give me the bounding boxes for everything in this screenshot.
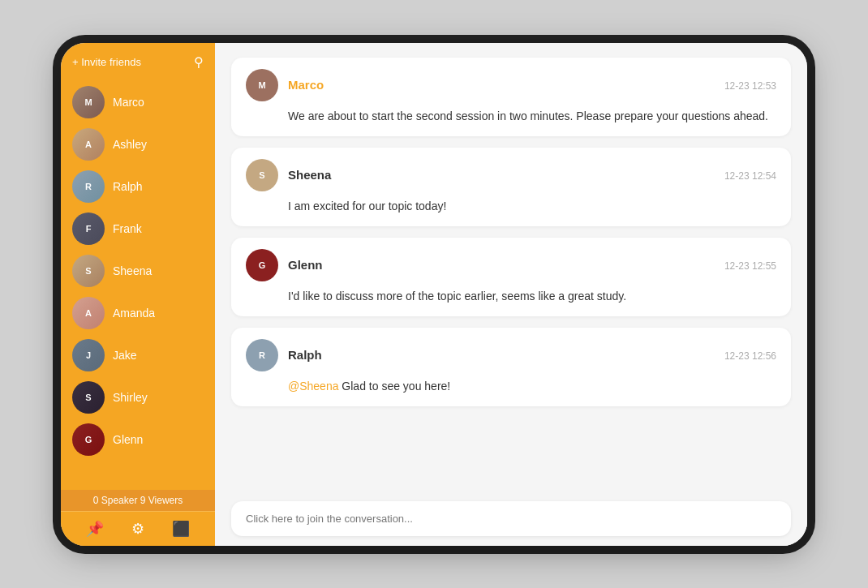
msg-sender: Ralph bbox=[288, 348, 322, 362]
mention[interactable]: @Sheena bbox=[288, 380, 338, 393]
msg-avatar: R bbox=[246, 339, 278, 371]
sidebar-user-name: Frank bbox=[113, 222, 142, 235]
sidebar-user-name: Ashley bbox=[113, 138, 147, 151]
sidebar-user-name: Sheena bbox=[113, 264, 152, 277]
avatar: M bbox=[72, 86, 105, 118]
msg-avatar: G bbox=[246, 249, 278, 281]
msg-body: @Sheena Glad to see you here! bbox=[246, 378, 776, 395]
sidebar-user-name: Amanda bbox=[113, 307, 155, 320]
message-header: G Glenn 12-23 12:55 bbox=[246, 249, 776, 281]
msg-sender: Marco bbox=[288, 78, 324, 92]
msg-avatar: S bbox=[246, 159, 278, 191]
sidebar-user-name: Marco bbox=[113, 96, 144, 109]
msg-time: 12-23 12:55 bbox=[724, 260, 776, 272]
msg-meta: Glenn 12-23 12:55 bbox=[288, 258, 776, 272]
stats-bar: 0 Speaker 9 Viewers bbox=[61, 490, 215, 511]
message-header: M Marco 12-23 12:53 bbox=[246, 69, 776, 101]
msg-body: I am excited for our topic today! bbox=[246, 198, 776, 215]
sidebar-user-item[interactable]: S Shirley bbox=[61, 376, 215, 418]
messages-area: M Marco 12-23 12:53 We are about to star… bbox=[215, 43, 807, 491]
sidebar: + Invite friends ⚲ M Marco A Ashley R Ra… bbox=[61, 43, 215, 546]
msg-time: 12-23 12:54 bbox=[724, 170, 776, 182]
sidebar-user-item[interactable]: A Ashley bbox=[61, 123, 215, 165]
sidebar-user-name: Glenn bbox=[113, 433, 143, 446]
avatar: S bbox=[72, 255, 105, 287]
exit-icon[interactable]: ⬛ bbox=[172, 520, 190, 538]
pin-icon[interactable]: 📌 bbox=[86, 520, 104, 538]
msg-body: We are about to start the second session… bbox=[246, 108, 776, 125]
sidebar-user-item[interactable]: J Jake bbox=[61, 334, 215, 376]
message-card: M Marco 12-23 12:53 We are about to star… bbox=[231, 58, 791, 136]
avatar: R bbox=[72, 170, 105, 203]
msg-meta: Sheena 12-23 12:54 bbox=[288, 168, 776, 182]
message-card: R Ralph 12-23 12:56 @Sheena Glad to see … bbox=[231, 328, 791, 406]
main-chat: M Marco 12-23 12:53 We are about to star… bbox=[215, 43, 807, 546]
sidebar-user-item[interactable]: R Ralph bbox=[61, 165, 215, 208]
message-card: G Glenn 12-23 12:55 I'd like to discuss … bbox=[231, 238, 791, 316]
sidebar-user-item[interactable]: M Marco bbox=[61, 81, 215, 123]
message-card: S Sheena 12-23 12:54 I am excited for ou… bbox=[231, 148, 791, 226]
avatar: J bbox=[72, 339, 105, 371]
settings-icon[interactable]: ⚙ bbox=[131, 520, 144, 538]
avatar: S bbox=[72, 381, 105, 414]
avatar: A bbox=[72, 297, 105, 329]
msg-time: 12-23 12:56 bbox=[724, 350, 776, 362]
sidebar-header: + Invite friends ⚲ bbox=[61, 43, 215, 78]
footer-actions: 📌 ⚙ ⬛ bbox=[61, 511, 215, 546]
msg-sender: Sheena bbox=[288, 168, 331, 182]
avatar: A bbox=[72, 128, 105, 161]
sidebar-user-item[interactable]: F Frank bbox=[61, 208, 215, 250]
search-icon[interactable]: ⚲ bbox=[194, 54, 204, 70]
avatar: G bbox=[72, 423, 105, 456]
chat-input-area bbox=[215, 491, 807, 546]
chat-input[interactable] bbox=[231, 501, 791, 536]
avatar: F bbox=[72, 212, 105, 245]
msg-avatar: M bbox=[246, 69, 278, 101]
msg-meta: Ralph 12-23 12:56 bbox=[288, 348, 776, 362]
msg-time: 12-23 12:53 bbox=[724, 80, 776, 92]
msg-sender: Glenn bbox=[288, 258, 323, 272]
user-list: M Marco A Ashley R Ralph F Frank S Sheen… bbox=[61, 78, 215, 490]
sidebar-user-name: Shirley bbox=[113, 391, 148, 404]
sidebar-user-name: Ralph bbox=[113, 180, 143, 193]
msg-body: I'd like to discuss more of the topic ea… bbox=[246, 288, 776, 305]
app-container: + Invite friends ⚲ M Marco A Ashley R Ra… bbox=[61, 43, 807, 546]
sidebar-user-item[interactable]: G Glenn bbox=[61, 418, 215, 461]
sidebar-user-item[interactable]: S Sheena bbox=[61, 250, 215, 292]
msg-meta: Marco 12-23 12:53 bbox=[288, 78, 776, 92]
message-header: S Sheena 12-23 12:54 bbox=[246, 159, 776, 191]
message-header: R Ralph 12-23 12:56 bbox=[246, 339, 776, 371]
invite-friends-label[interactable]: + Invite friends bbox=[72, 56, 141, 68]
sidebar-user-item[interactable]: A Amanda bbox=[61, 292, 215, 334]
sidebar-user-name: Jake bbox=[113, 349, 137, 362]
